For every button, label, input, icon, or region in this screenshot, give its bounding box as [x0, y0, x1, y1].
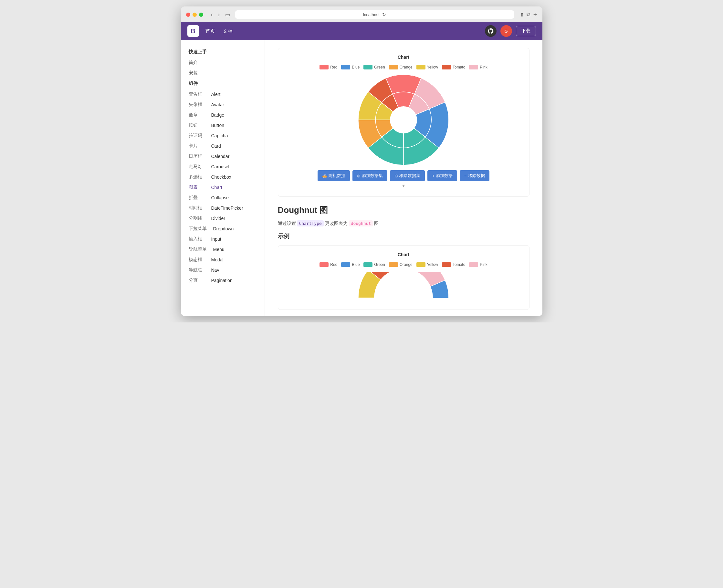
- add-data-label: 添加数据: [436, 173, 453, 178]
- sidebar-item-install[interactable]: 安装: [181, 68, 264, 78]
- add-data-icon: +: [432, 173, 434, 178]
- duplicate-button[interactable]: ⧉: [527, 12, 530, 18]
- random-label: 随机数据: [328, 173, 345, 178]
- nav-docs[interactable]: 文档: [223, 28, 233, 34]
- sidebar-item-menu[interactable]: 导航菜单 Menu: [181, 244, 264, 255]
- legend-label-tomato: Tomato: [453, 65, 465, 69]
- chart-legend-2: Red Blue Green: [284, 262, 523, 267]
- sidebar-toggle-button[interactable]: ▭: [223, 10, 232, 19]
- legend2-pink: Pink: [469, 262, 487, 267]
- legend-green: Green: [363, 65, 385, 69]
- legend2-color-orange: [389, 262, 398, 267]
- address-bar[interactable]: localhost ↻: [235, 10, 514, 19]
- remove-dataset-button[interactable]: ⊖ 移除数据集: [390, 170, 425, 181]
- sidebar-item-captcha[interactable]: 验证码 Captcha: [181, 130, 264, 141]
- sidebar-item-carousel[interactable]: 走马灯 Carousel: [181, 162, 264, 172]
- chart-canvas-1: [284, 75, 523, 165]
- maximize-dot[interactable]: [199, 13, 203, 17]
- legend-label-yellow: Yellow: [427, 65, 438, 69]
- doughnut-section: Doughnut 图 通过设置 ChartType 更改图表为 doughnut…: [278, 205, 530, 310]
- back-button[interactable]: ‹: [209, 10, 215, 19]
- legend-label-green: Green: [374, 65, 385, 69]
- legend-label-red: Red: [330, 65, 337, 69]
- sidebar-item-dropdown[interactable]: 下拉菜单 Dropdown: [181, 224, 264, 234]
- share-button[interactable]: ⬆: [520, 12, 524, 18]
- url-text: localhost: [363, 12, 380, 17]
- legend2-label-tomato: Tomato: [453, 262, 465, 267]
- sidebar-item-avatar[interactable]: 头像框 Avatar: [181, 100, 264, 110]
- legend-color-pink: [469, 65, 478, 69]
- browser-nav: ‹ › ▭: [209, 10, 232, 19]
- sidebar-item-intro[interactable]: 简介: [181, 58, 264, 68]
- legend2-label-red: Red: [330, 262, 337, 267]
- sidebar-item-modal[interactable]: 模态框 Modal: [181, 255, 264, 265]
- chart-canvas-2: [284, 272, 523, 298]
- main-nav: 首页 文档: [206, 28, 233, 34]
- sidebar-item-calendar[interactable]: 日历框 Calendar: [181, 151, 264, 162]
- legend-color-tomato: [442, 65, 451, 69]
- add-data-button[interactable]: + 添加数据: [427, 170, 457, 181]
- chart-section-1: Chart Red Blue Green: [278, 48, 530, 197]
- legend-red: Red: [319, 65, 337, 69]
- legend-color-orange: [389, 65, 398, 69]
- close-dot[interactable]: [186, 13, 190, 17]
- sidebar-item-pagination[interactable]: 分页 Pagination: [181, 275, 264, 286]
- github-icon[interactable]: [485, 25, 496, 37]
- legend-color-yellow: [417, 65, 425, 69]
- sidebar-item-button[interactable]: 按钮 Button: [181, 120, 264, 130]
- header-right: G 下载: [485, 25, 536, 37]
- chart-title-2: Chart: [284, 252, 523, 257]
- doughnut-code: doughnut: [349, 220, 373, 227]
- remove-data-label: 移除数据: [468, 173, 485, 178]
- sidebar-item-collapse[interactable]: 折叠 Collapse: [181, 192, 264, 203]
- sidebar-item-alert[interactable]: 警告框 Alert: [181, 89, 264, 100]
- desc-mid: 更改图表为: [325, 220, 349, 226]
- add-dataset-button[interactable]: ⊕ 添加数据集: [353, 170, 387, 181]
- legend2-orange: Orange: [389, 262, 412, 267]
- doughnut-desc: 通过设置 ChartType 更改图表为 doughnut 图: [278, 220, 530, 227]
- legend-label-pink: Pink: [480, 65, 487, 69]
- minimize-dot[interactable]: [193, 13, 197, 17]
- legend2-color-blue: [341, 262, 350, 267]
- main-layout: 快速上手 简介 安装 组件 警告框 Alert 头像框 Avatar 徽章 Ba…: [181, 40, 543, 316]
- collapse-chevron[interactable]: ▾: [284, 181, 523, 190]
- sidebar-item-input[interactable]: 输入框 Input: [181, 234, 264, 244]
- desc-prefix: 通过设置: [278, 220, 296, 226]
- sidebar-item-checkbox[interactable]: 多选框 Checkbox: [181, 172, 264, 182]
- remove-data-button[interactable]: − 移除数据: [460, 170, 489, 181]
- legend-label-blue: Blue: [352, 65, 360, 69]
- legend2-color-red: [319, 262, 328, 267]
- legend2-green: Green: [363, 262, 385, 267]
- random-data-button[interactable]: 🥧 随机数据: [318, 170, 350, 181]
- forward-button[interactable]: ›: [216, 10, 222, 19]
- legend2-label-blue: Blue: [352, 262, 360, 267]
- legend2-label-green: Green: [374, 262, 385, 267]
- legend2-label-pink: Pink: [480, 262, 487, 267]
- random-icon: 🥧: [322, 173, 327, 178]
- sidebar-item-badge[interactable]: 徽章 Badge: [181, 110, 264, 120]
- gitee-icon[interactable]: G: [501, 25, 512, 37]
- download-button[interactable]: 下载: [516, 26, 536, 36]
- doughnut-heading: Doughnut 图: [278, 205, 530, 216]
- desc-suffix: 图: [374, 220, 379, 226]
- refresh-button[interactable]: ↻: [382, 12, 386, 17]
- sidebar-item-datetimepicker[interactable]: 时间框 DateTimePicker: [181, 203, 264, 213]
- example-label: 示例: [278, 232, 530, 240]
- chart-buttons-1: 🥧 随机数据 ⊕ 添加数据集 ⊖ 移除数据集 +: [284, 170, 523, 181]
- legend-color-blue: [341, 65, 350, 69]
- sidebar-item-card[interactable]: 卡片 Card: [181, 141, 264, 151]
- sidebar-item-chart[interactable]: 图表 Chart: [181, 182, 264, 192]
- sidebar-item-nav[interactable]: 导航栏 Nav: [181, 265, 264, 275]
- components-title: 组件: [181, 78, 264, 89]
- legend-label-orange: Orange: [400, 65, 412, 69]
- legend-color-red: [319, 65, 328, 69]
- remove-data-icon: −: [464, 173, 467, 178]
- add-tab-button[interactable]: +: [533, 11, 537, 18]
- nav-home[interactable]: 首页: [206, 28, 215, 34]
- legend2-color-tomato: [442, 262, 451, 267]
- legend-tomato: Tomato: [442, 65, 465, 69]
- sidebar-item-divider[interactable]: 分割线 Divider: [181, 213, 264, 224]
- legend-pink: Pink: [469, 65, 487, 69]
- quick-start-title: 快速上手: [181, 46, 264, 58]
- chart-section-2: Chart Red Blue: [278, 245, 530, 310]
